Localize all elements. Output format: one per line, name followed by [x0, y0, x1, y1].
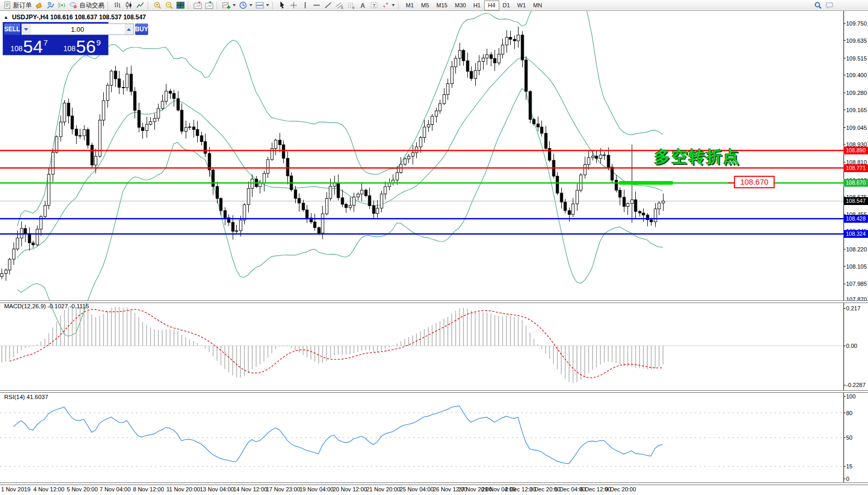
- indicators-icon: [222, 1, 231, 9]
- trendline-button[interactable]: [322, 1, 334, 10]
- chart-canvas: [0, 0, 868, 495]
- autotrading-icon: [69, 1, 78, 9]
- pane-separator[interactable]: [0, 482, 868, 485]
- cursor-button[interactable]: [276, 1, 288, 10]
- autotrading-button[interactable]: 自动交易: [68, 1, 106, 10]
- mt4-terminal: 新订单自动交易EFAT M1M5M15M30H1H4D1W1MN ▲ USDJP…: [0, 0, 868, 495]
- search-button[interactable]: [812, 1, 824, 10]
- buy-price-big: 56: [76, 39, 96, 55]
- zoom-in-button[interactable]: [152, 1, 163, 10]
- indicators-button[interactable]: [221, 1, 237, 10]
- equidistant-channel-button[interactable]: E: [334, 1, 345, 10]
- volume-input[interactable]: [31, 24, 125, 34]
- timeframe-m30[interactable]: M30: [451, 1, 469, 10]
- axis-tick-label: 107.985: [846, 281, 867, 287]
- timeframe-h1[interactable]: H1: [469, 1, 484, 10]
- new-order-icon: [3, 1, 11, 9]
- volume-decrease-button[interactable]: [22, 24, 31, 34]
- time-axis-label: 14 Nov 12:00: [233, 486, 267, 492]
- chat-button[interactable]: [824, 1, 835, 10]
- axis-tick-label: 109.635: [846, 38, 867, 44]
- tile-windows-button[interactable]: [175, 1, 186, 10]
- chart-shift-icon: [194, 1, 202, 9]
- arrows-button[interactable]: [380, 1, 396, 10]
- bar-chart-button[interactable]: [112, 1, 123, 10]
- axis-tick-label: 109.750: [846, 20, 867, 27]
- candlestick-chart-button[interactable]: [123, 1, 135, 10]
- vertical-line-button[interactable]: [299, 1, 311, 10]
- price-level-flag: 108.324: [843, 230, 868, 238]
- horizontal-line-icon: [312, 1, 321, 9]
- price-level-flag: 108.771: [843, 164, 868, 172]
- macd-indicator: [0, 306, 843, 383]
- rsi-indicator: [0, 406, 843, 466]
- timeframe-m5[interactable]: M5: [417, 1, 432, 10]
- price-callout[interactable]: 108.670: [734, 176, 775, 188]
- horizontal-line-button[interactable]: [311, 1, 322, 10]
- toolbar-separator: [272, 2, 275, 9]
- sell-button[interactable]: SELL: [4, 23, 20, 35]
- toolbar-separator: [107, 2, 110, 9]
- timeframe-w1[interactable]: W1: [514, 1, 530, 10]
- pane-separator[interactable]: [0, 390, 868, 393]
- timeframe-h4[interactable]: H4: [484, 1, 499, 10]
- market-watch-button[interactable]: [45, 1, 56, 10]
- templates-button[interactable]: [254, 1, 271, 10]
- pane-separator[interactable]: [0, 300, 868, 303]
- sell-price[interactable]: 108 54 7: [4, 35, 54, 55]
- time-axis-label: 19 Nov 04:00: [299, 486, 333, 492]
- vertical-line-icon: [301, 1, 309, 9]
- time-axis-label: 13 Nov 04:00: [200, 486, 234, 492]
- line-chart-button[interactable]: [135, 1, 146, 10]
- buy-price-prefix: 108: [63, 44, 75, 53]
- svg-text:F: F: [353, 6, 355, 10]
- fibonacci-button[interactable]: F: [345, 1, 357, 10]
- axis-tick-label: 109.045: [846, 125, 867, 131]
- new-order-button[interactable]: 新订单: [2, 1, 33, 10]
- text-label-button[interactable]: T: [368, 1, 380, 10]
- text-icon: A: [358, 1, 367, 9]
- zoom-out-button[interactable]: [163, 1, 175, 10]
- sell-price-sup: 7: [43, 38, 47, 47]
- auto-scroll-button[interactable]: [203, 1, 215, 10]
- price-level-flag: 108.890: [843, 147, 868, 154]
- timeframe-m1[interactable]: M1: [402, 1, 417, 10]
- periods-button[interactable]: [237, 1, 254, 10]
- bar-chart-icon: [113, 1, 122, 9]
- chart-title-bar: ▲ USDJPY-,H4 108.616 108.637 108.537 108…: [4, 14, 146, 21]
- time-axis-label: 25 Nov 04:00: [400, 486, 433, 492]
- toolbar-separator: [148, 2, 150, 9]
- price-level-flag: 108.670: [843, 179, 868, 187]
- time-axis-label: 21 Nov 20:00: [366, 486, 400, 492]
- fibonacci-icon: F: [347, 1, 355, 9]
- periods-icon: [239, 1, 247, 9]
- timeframe-m15[interactable]: M15: [433, 1, 451, 10]
- volume-increase-button[interactable]: [125, 24, 134, 34]
- text-button[interactable]: A: [357, 1, 368, 10]
- chart-shift-button[interactable]: [192, 1, 203, 10]
- crosshair-button[interactable]: [288, 1, 299, 10]
- buy-price[interactable]: 108 56 9: [57, 35, 107, 55]
- svg-text:A: A: [360, 2, 365, 9]
- candlestick-series: [1, 27, 665, 281]
- time-axis-label: 4 Nov 12:00: [33, 486, 64, 492]
- axis-tick-label: -0.2287: [846, 382, 865, 388]
- alerts-button[interactable]: [33, 1, 45, 10]
- horn-icon: [35, 1, 43, 9]
- sell-price-big: 54: [23, 39, 43, 55]
- axis-tick-label: 80: [846, 410, 852, 416]
- axis-tick-label: 0.217: [846, 305, 861, 311]
- signal-icon: [58, 1, 66, 9]
- text-label-icon: T: [370, 1, 378, 9]
- toolbar-buttons: 新订单自动交易EFAT: [2, 1, 402, 10]
- time-axis-label: 7 Nov 04:00: [100, 486, 130, 492]
- timeframe-d1[interactable]: D1: [499, 1, 514, 10]
- trendline-icon: [324, 1, 332, 9]
- time-axis-label: 20 Nov 12:00: [333, 486, 367, 492]
- one-click-collapse-arrow[interactable]: ▲: [4, 15, 8, 20]
- zoom-out-icon: [165, 1, 173, 9]
- chart-symbol-ohlc: USDJPY-,H4 108.616 108.637 108.537 108.5…: [12, 14, 146, 21]
- timeframe-mn[interactable]: MN: [529, 1, 546, 10]
- signal-button[interactable]: [56, 1, 68, 10]
- buy-button[interactable]: BUY: [135, 23, 148, 35]
